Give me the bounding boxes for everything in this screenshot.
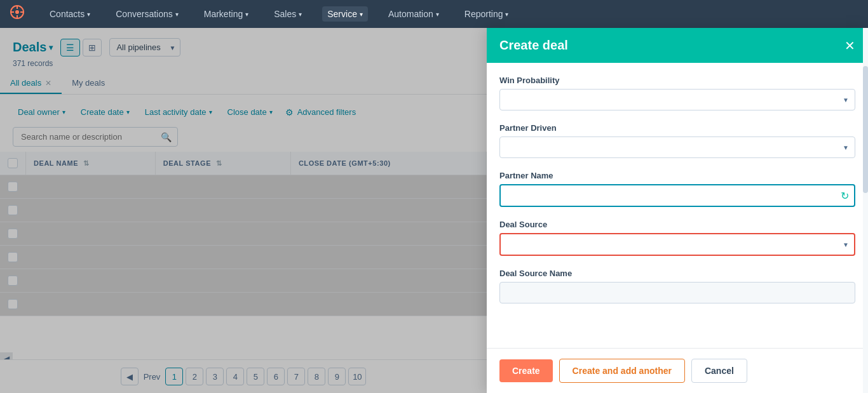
create-deal-panel: Create deal ✕ Win Probability Partner Dr… (487, 28, 868, 393)
win-probability-group: Win Probability (499, 76, 855, 110)
partner-name-wrapper: ↻ (499, 184, 855, 207)
panel-body: Win Probability Partner Driven Par (487, 63, 868, 348)
panel-footer: Create Create and add another Cancel (487, 348, 868, 393)
win-probability-label: Win Probability (499, 76, 855, 85)
cancel-button[interactable]: Cancel (691, 359, 747, 383)
deal-source-select[interactable] (499, 233, 855, 256)
partner-driven-select[interactable] (499, 137, 855, 158)
nav-sales[interactable]: Sales ▾ (269, 6, 307, 22)
create-and-add-another-button[interactable]: Create and add another (559, 359, 685, 383)
nav-reporting[interactable]: Reporting ▾ (459, 6, 514, 22)
partner-name-group: Partner Name ↻ (499, 171, 855, 207)
chevron-down-icon: ▾ (360, 11, 363, 18)
partner-driven-group: Partner Driven (499, 123, 855, 158)
deals-panel: Deals ▾ ☰ ⊞ All pipelines 371 records Al… (0, 28, 487, 393)
nav-service[interactable]: Service ▾ (322, 6, 368, 22)
chevron-down-icon: ▾ (245, 11, 248, 18)
panel-title: Create deal (499, 38, 568, 53)
chevron-down-icon: ▾ (436, 11, 439, 18)
chevron-down-icon: ▾ (299, 11, 302, 18)
modal-overlay (0, 28, 487, 393)
main-area: Deals ▾ ☰ ⊞ All pipelines 371 records Al… (0, 28, 868, 393)
partner-driven-label: Partner Driven (499, 123, 855, 133)
create-button[interactable]: Create (499, 359, 553, 382)
panel-close-button[interactable]: ✕ (844, 39, 855, 52)
deal-source-wrapper (499, 233, 855, 256)
refresh-icon[interactable]: ↻ (841, 190, 849, 202)
top-navigation: Contacts ▾ Conversations ▾ Marketing ▾ S… (0, 0, 868, 28)
win-probability-select[interactable] (499, 89, 855, 110)
partner-name-input[interactable] (499, 184, 855, 207)
nav-automation[interactable]: Automation ▾ (383, 6, 444, 22)
deal-source-group: Deal Source (499, 220, 855, 256)
chevron-down-icon: ▾ (505, 11, 508, 18)
scrollbar-track (863, 28, 868, 393)
win-probability-wrapper (499, 89, 855, 110)
deal-source-name-input[interactable] (499, 282, 855, 303)
deal-source-name-label: Deal Source Name (499, 269, 855, 278)
nav-conversations[interactable]: Conversations ▾ (111, 6, 184, 22)
nav-contacts[interactable]: Contacts ▾ (44, 6, 95, 22)
hubspot-logo (10, 5, 24, 23)
partner-name-label: Partner Name (499, 171, 855, 180)
panel-header: Create deal ✕ (487, 28, 868, 63)
partner-driven-wrapper (499, 137, 855, 158)
chevron-down-icon: ▾ (175, 11, 179, 18)
deal-source-label: Deal Source (499, 220, 855, 229)
nav-marketing[interactable]: Marketing ▾ (199, 6, 254, 22)
scrollbar-thumb[interactable] (863, 66, 868, 193)
chevron-down-icon: ▾ (87, 11, 90, 18)
svg-point-1 (15, 10, 19, 14)
deal-source-name-group: Deal Source Name (499, 269, 855, 303)
